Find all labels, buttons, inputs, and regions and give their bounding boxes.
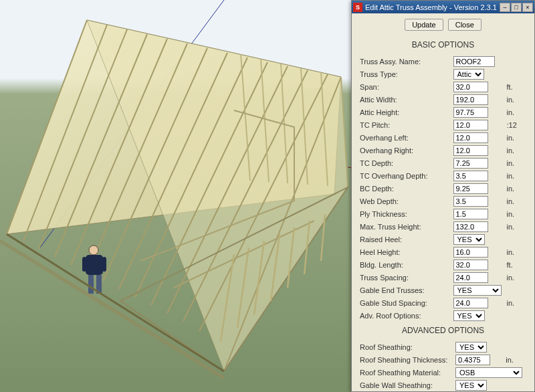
label-attic-height: Attic Height:: [358, 106, 452, 118]
select-gable-end-trusses[interactable]: YES: [453, 285, 502, 296]
select-raised-heel[interactable]: YES: [453, 234, 485, 245]
dialog-title: Edit Attic Truss Assembly - Version 2.3.…: [365, 3, 500, 11]
input-truss-assy-name[interactable]: [453, 56, 495, 67]
unit-web-depth: in.: [504, 195, 528, 207]
input-overhang-left[interactable]: [453, 132, 488, 143]
label-max-truss-height: Max. Truss Height:: [358, 220, 452, 233]
unit-span: ft.: [504, 80, 528, 93]
unit-ply-thickness: in.: [504, 207, 528, 220]
basic-options-form: Truss Assy. Name: Truss Type: Attic Span…: [358, 55, 528, 322]
advanced-options-form: Roof Sheathing: YES Roof Sheathing Thick…: [358, 340, 528, 391]
label-heel-height: Heel Height:: [358, 246, 452, 258]
input-bldg-length[interactable]: [453, 260, 488, 270]
unit-overhang-right: in.: [504, 144, 528, 157]
unit-tc-overhang-depth: in.: [504, 169, 528, 182]
dialog-titlebar[interactable]: S Edit Attic Truss Assembly - Version 2.…: [352, 1, 534, 13]
label-truss-spacing: Truss Spacing:: [358, 271, 452, 284]
label-web-depth: Web Depth:: [358, 195, 452, 207]
label-raised-heel: Raised Heel:: [358, 233, 452, 246]
unit-tc-depth: in.: [504, 157, 528, 169]
input-heel-height[interactable]: [453, 247, 488, 258]
input-tc-overhang-depth[interactable]: [453, 171, 488, 181]
unit-bldg-length: ft.: [504, 258, 528, 271]
unit-attic-height: in.: [504, 106, 528, 118]
unit-heel-height: in.: [504, 246, 528, 258]
update-button[interactable]: Update: [405, 19, 443, 31]
unit-gable-stud-spacing: in.: [504, 296, 528, 309]
input-attic-width[interactable]: [453, 94, 488, 105]
input-web-depth[interactable]: [453, 196, 488, 207]
input-attic-height[interactable]: [453, 107, 488, 118]
unit-overhang-left: in.: [504, 131, 528, 144]
label-roof-sheathing-material: Roof Sheathing Material:: [358, 366, 454, 379]
input-truss-spacing[interactable]: [453, 272, 488, 283]
select-roof-sheathing[interactable]: YES: [455, 342, 487, 353]
maximize-button[interactable]: □: [511, 3, 522, 12]
label-gable-end-trusses: Gable End Trusses:: [358, 284, 452, 296]
label-overhang-right: Overhang Right:: [358, 144, 452, 157]
select-adv-roof-options[interactable]: YES: [453, 310, 485, 321]
label-tc-depth: TC Depth:: [358, 157, 452, 169]
input-ply-thickness[interactable]: [453, 209, 488, 219]
input-max-truss-height[interactable]: [453, 221, 488, 232]
close-window-button[interactable]: ×: [522, 3, 533, 12]
svg-rect-36: [82, 257, 86, 272]
app-icon: S: [353, 3, 362, 12]
close-button[interactable]: Close: [448, 19, 481, 31]
advanced-options-heading: ADVANCED OPTIONS: [358, 322, 528, 340]
unit-attic-width: in.: [504, 93, 528, 106]
label-adv-roof-options: Adv. Roof Options:: [358, 309, 452, 322]
input-span[interactable]: [453, 82, 488, 92]
unit-bc-depth: in.: [504, 182, 528, 195]
input-tc-depth[interactable]: [453, 158, 488, 169]
input-roof-sheathing-thickness[interactable]: [455, 355, 490, 365]
label-truss-assy-name: Truss Assy. Name:: [358, 55, 452, 68]
select-truss-type[interactable]: Attic: [453, 69, 484, 80]
select-gable-wall-sheathing[interactable]: YES: [455, 380, 487, 391]
basic-options-heading: BASIC OPTIONS: [358, 36, 528, 55]
unit-truss-spacing: in.: [504, 271, 528, 284]
label-tc-pitch: TC Pitch:: [358, 118, 452, 131]
svg-rect-33: [86, 255, 103, 275]
label-bldg-length: Bldg. Length:: [358, 258, 452, 271]
unit-max-truss-height: in.: [504, 220, 528, 233]
dialog-content[interactable]: BASIC OPTIONS Truss Assy. Name: Truss Ty…: [352, 36, 534, 391]
svg-rect-37: [102, 257, 106, 272]
select-roof-sheathing-material[interactable]: OSB: [455, 367, 522, 378]
label-attic-width: Attic Width:: [358, 93, 452, 106]
label-ply-thickness: Ply Thickness:: [358, 207, 452, 220]
label-span: Span:: [358, 80, 452, 93]
input-overhang-right[interactable]: [453, 145, 488, 156]
unit-roof-sheathing-thickness: in.: [503, 353, 528, 366]
dialog-toolbar: Update Close: [352, 13, 534, 36]
label-truss-type: Truss Type:: [358, 68, 452, 80]
label-roof-sheathing: Roof Sheathing:: [358, 340, 454, 353]
label-overhang-left: Overhang Left:: [358, 131, 452, 144]
label-roof-sheathing-thickness: Roof Sheathing Thickness:: [358, 353, 454, 366]
input-tc-pitch[interactable]: [453, 120, 488, 130]
label-tc-overhang-depth: TC Overhang Depth:: [358, 169, 452, 182]
svg-rect-34: [88, 275, 94, 294]
edit-truss-dialog: S Edit Attic Truss Assembly - Version 2.…: [351, 0, 535, 392]
input-gable-stud-spacing[interactable]: [453, 298, 488, 308]
label-bc-depth: BC Depth:: [358, 182, 452, 195]
label-gable-wall-sheathing: Gable Wall Sheathing:: [358, 379, 454, 391]
label-gable-stud-spacing: Gable Stud Spacing:: [358, 296, 452, 309]
minimize-button[interactable]: –: [500, 3, 510, 12]
unit-tc-pitch: :12: [504, 118, 528, 131]
svg-point-32: [89, 246, 98, 255]
input-bc-depth[interactable]: [453, 183, 488, 194]
